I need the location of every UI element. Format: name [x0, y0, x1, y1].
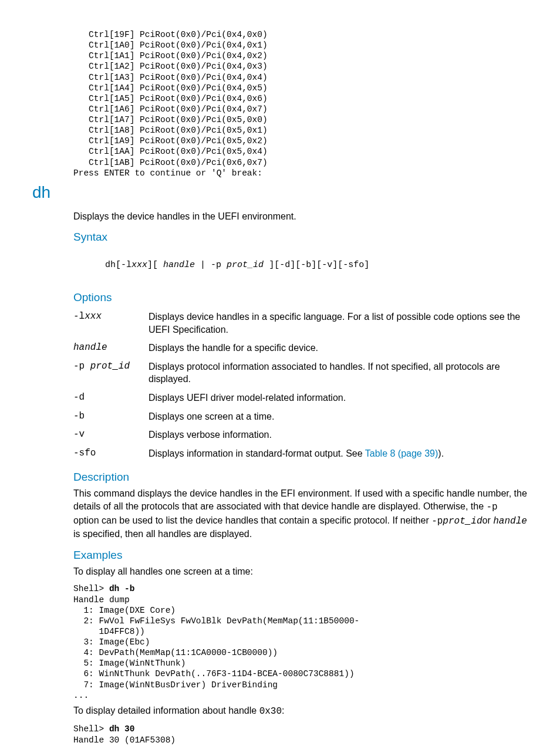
option-flag: -b [73, 407, 149, 426]
option-row: -sfoDisplays information in standard-for… [73, 444, 528, 463]
command-intro: Displays the device handles in the UEFI … [73, 210, 528, 223]
option-flag: -lxxx [73, 308, 149, 339]
option-row: -bDisplays one screen at a time. [73, 407, 528, 426]
section-description: Description [73, 471, 528, 484]
option-row: handleDisplays the handle for a specific… [73, 339, 528, 357]
option-row: -p prot_idDisplays protocol information … [73, 357, 528, 389]
option-desc: Displays device handles in a specific la… [149, 308, 528, 339]
options-table: -lxxxDisplays device handles in a specif… [73, 308, 528, 463]
option-desc: Displays the handle for a specific devic… [149, 339, 528, 357]
option-flag: -v [73, 426, 149, 444]
example-code-1: Shell> dh -b Handle dump 1: Image(DXE Co… [73, 583, 528, 700]
syntax-line: dh[-lxxx][ handle | -p prot_id ][-d][-b]… [73, 247, 528, 283]
option-desc: Displays information in standard-format … [149, 444, 528, 463]
section-syntax: Syntax [73, 231, 528, 244]
option-flag: -sfo [73, 444, 149, 463]
option-flag: -d [73, 389, 149, 407]
option-row: -dDisplays UEFI driver model-related inf… [73, 389, 528, 407]
cross-ref-link[interactable]: Table 8 (page 39) [365, 448, 438, 458]
example-intro-1: To display all handles one screen at a t… [73, 565, 528, 578]
command-heading: dh [32, 183, 528, 202]
option-row: -lxxxDisplays device handles in a specif… [73, 308, 528, 339]
option-row: -vDisplays verbose information. [73, 426, 528, 444]
code-output-top: Ctrl[19F] PciRoot(0x0)/Pci(0x4,0x0) Ctrl… [73, 29, 528, 178]
example-intro-2: To display detailed information about ha… [73, 704, 528, 718]
option-desc: Displays verbose information. [149, 426, 528, 444]
option-desc: Displays UEFI driver model-related infor… [149, 389, 528, 407]
section-examples: Examples [73, 549, 528, 562]
example-code-2: Shell> dh 30 Handle 30 (01AF5308) IsaIo … [73, 724, 528, 746]
option-flag: -p prot_id [73, 357, 149, 389]
option-desc: Displays protocol information associated… [149, 357, 528, 389]
option-desc: Displays one screen at a time. [149, 407, 528, 426]
description-text: This command displays the device handles… [73, 487, 528, 540]
section-options: Options [73, 291, 528, 304]
option-flag: handle [73, 339, 149, 357]
